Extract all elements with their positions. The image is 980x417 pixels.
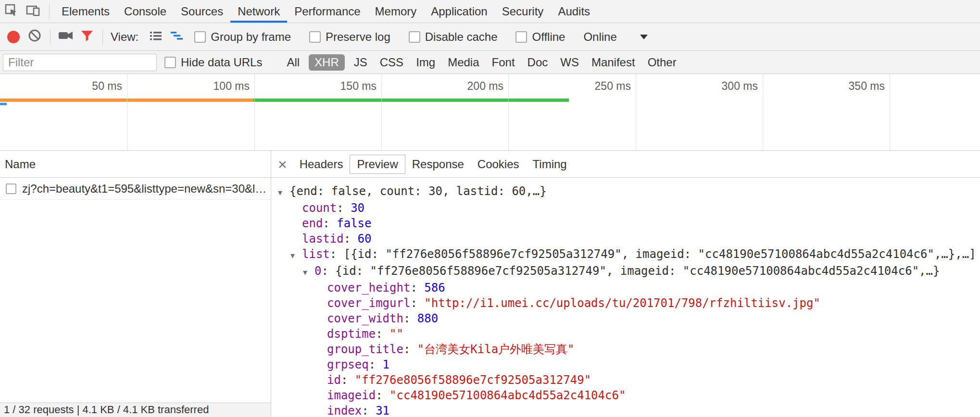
summary-bar: 1 / 32 requests | 4.1 KB / 4.1 KB transf… [0,403,271,417]
list-rows-icon [148,28,163,46]
filter-type-all[interactable]: All [287,56,300,69]
throttling-select[interactable]: Online [583,30,647,44]
detail-tab-timing[interactable]: Timing [526,158,574,171]
toolbar-divider [49,4,50,19]
tab-network[interactable]: Network [230,0,287,23]
tree-token-plain: : [410,296,424,310]
camera-icon [58,28,74,46]
filter-button[interactable] [76,25,98,49]
tree-token-key: end [302,217,323,230]
tree-row[interactable]: lastid: 60 [271,231,980,246]
tab-security[interactable]: Security [495,0,551,23]
tree-token-str: "" [389,327,403,341]
toolbar-divider [102,29,103,45]
tree-row[interactable]: index: 31 [271,403,980,417]
record-button[interactable] [3,25,24,49]
checkbox-offline[interactable] [515,31,527,43]
tree-row[interactable]: id: "ff276e8056f58896e7cf92505a312749" [271,372,980,388]
tree-token-key: lastid [302,232,344,245]
close-icon[interactable]: × [278,157,287,172]
request-row[interactable]: zj?ch=beauty&t1=595&listtype=new&sn=30&l… [0,178,271,200]
tree-row[interactable]: grpseq: 1 [271,357,980,372]
expander-triangle-icon[interactable]: ▼ [278,185,289,200]
tree-row[interactable]: ▼0: {id: "ff276e8056f58896e7cf92505a3127… [271,263,980,280]
request-row-checkbox[interactable] [6,184,16,194]
tree-row[interactable]: ▼list: [{id: "ff276e8056f58896e7cf92505a… [271,246,980,263]
timeline-label: 350 ms [813,80,885,93]
hide-data-urls-checkbox[interactable] [164,57,176,68]
clear-button[interactable] [24,25,45,49]
tree-token-plain: : [376,327,389,341]
tree-row[interactable]: group_title: "台湾美女Kila户外唯美写真" [271,342,980,357]
checkbox-group-offline[interactable]: Offline [515,30,565,44]
filter-toolbar: Hide data URLs AllXHRJSCSSImgMediaFontDo… [0,51,980,74]
tree-token-plain: : [362,404,376,417]
checkbox-group-group-by-frame[interactable]: Group by frame [194,30,291,44]
toolbar-checkbox-group: Group by framePreserve logDisable cacheO… [194,30,583,44]
inspect-element-button[interactable] [0,0,22,23]
tree-token-key: cover_height [327,281,410,294]
filter-type-js[interactable]: JS [354,56,367,69]
filter-type-font[interactable]: Font [492,56,515,69]
tree-token-plain: : [410,281,424,294]
tree-token-str: "台湾美女Kila户外唯美写真" [417,343,575,356]
capture-screenshots-button[interactable] [55,25,76,49]
tree-token-str: "ff276e8056f58896e7cf92505a312749" [355,373,591,387]
tree-row[interactable]: ▼{end: false, count: 30, lastid: 60,…} [271,184,980,200]
tree-token-key: cover_imgurl [327,296,410,310]
request-list-panel: Name zj?ch=beauty&t1=595&listtype=new&sn… [0,151,271,417]
tree-row[interactable]: cover_height: 586 [271,280,980,295]
detail-tab-headers[interactable]: Headers [293,158,350,171]
tree-row[interactable]: imageid: "cc48190e57100864abc4d55a2c4104… [271,388,980,403]
timeline-label: 100 ms [177,80,250,93]
small-request-rows-button[interactable] [145,25,166,49]
filter-type-media[interactable]: Media [448,56,479,69]
checkbox-group-by-frame[interactable] [194,31,206,43]
detail-tab-preview[interactable]: Preview [350,155,405,174]
clear-icon [27,28,42,46]
checkbox-disable-cache[interactable] [409,31,420,43]
tab-audits[interactable]: Audits [551,0,597,23]
tree-token-num: 880 [417,312,438,325]
tree-row[interactable]: end: false [271,216,980,231]
filter-input[interactable] [3,54,157,71]
checkbox-preserve-log[interactable] [309,31,321,43]
tab-elements[interactable]: Elements [54,0,117,23]
tree-row[interactable]: cover_width: 880 [271,311,980,326]
tab-application[interactable]: Application [424,0,494,23]
checkbox-group-disable-cache[interactable]: Disable cache [409,30,498,44]
tab-memory[interactable]: Memory [368,0,424,23]
device-toolbar-icon [25,2,41,21]
name-column-header[interactable]: Name [0,151,271,178]
tree-row[interactable]: cover_imgurl: "http://i1.umei.cc/uploads… [271,295,980,311]
filter-type-ws[interactable]: WS [560,56,579,69]
filter-type-other[interactable]: Other [648,56,677,69]
filter-type-xhr[interactable]: XHR [309,54,345,71]
timeline-gridline [636,74,636,150]
hide-data-urls-group[interactable]: Hide data URLs [164,56,262,69]
detail-tab-cookies[interactable]: Cookies [471,158,526,171]
show-overview-button[interactable] [166,25,188,49]
filter-type-manifest[interactable]: Manifest [591,56,635,69]
tab-console[interactable]: Console [117,0,174,23]
tree-token-plain: : {id: "ff276e8056f58896e7cf92505a312749… [321,264,940,278]
tab-sources[interactable]: Sources [174,0,230,23]
tab-performance[interactable]: Performance [287,0,367,23]
tree-row[interactable]: dsptime: "" [271,326,980,342]
detail-tab-response[interactable]: Response [405,158,471,171]
timeline-gridline [508,74,509,150]
filter-type-doc[interactable]: Doc [528,56,548,69]
tree-token-str: "http://i1.umei.cc/uploads/tu/201701/798… [424,296,820,310]
toggle-device-toolbar-button[interactable] [22,0,44,23]
filter-type-img[interactable]: Img [416,56,435,69]
timeline-overview[interactable]: 50 ms100 ms150 ms200 ms250 ms300 ms350 m… [0,74,980,151]
hide-data-urls-label: Hide data URLs [181,56,262,69]
checkbox-group-preserve-log[interactable]: Preserve log [309,30,390,44]
timeline-gridline [127,74,127,150]
filter-type-css[interactable]: CSS [380,56,403,69]
tree-row[interactable]: count: 30 [271,200,980,216]
expander-triangle-icon[interactable]: ▼ [303,265,314,280]
record-icon [7,31,20,43]
timeline-gridline [890,74,890,150]
expander-triangle-icon[interactable]: ▼ [290,248,302,263]
